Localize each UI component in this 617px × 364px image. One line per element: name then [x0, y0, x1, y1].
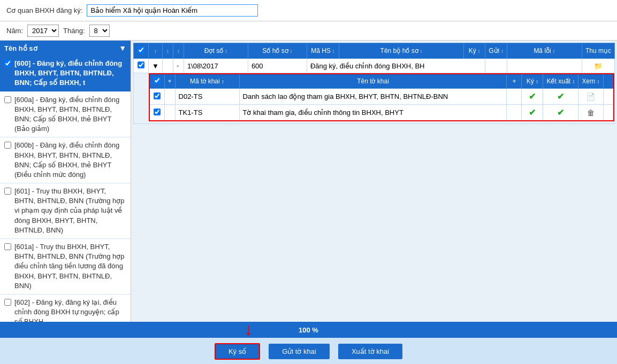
row-checkbox-cell[interactable]	[134, 59, 149, 73]
expand-icon[interactable]: ▼	[152, 62, 159, 70]
sub-row-plus-d02	[507, 89, 522, 105]
sub-row-checkbox-tk1[interactable]	[154, 109, 161, 115]
th-ky[interactable]: Ký	[464, 43, 485, 59]
checkmark-ky-d02: ✔	[529, 92, 536, 101]
plus-icon[interactable]: +	[168, 78, 172, 85]
sub-th-xem: Xem ↕	[578, 74, 603, 89]
sub-th-plus[interactable]: +	[164, 74, 175, 89]
filter-icon[interactable]: ▼	[119, 44, 126, 52]
sidebar-title: Tên hồ sơ	[4, 44, 37, 52]
sub-row-extra-d02	[603, 89, 614, 105]
row-gui	[507, 59, 582, 73]
sub-th-plus2[interactable]: +	[507, 74, 522, 89]
sidebar-header: Tên hồ sơ ▼	[0, 41, 131, 56]
row-so-ho-so: 1\08\2017	[184, 59, 248, 73]
sub-row-ky-tk1: ✔	[522, 105, 543, 121]
sub-row-checkbox-cell-d02[interactable]	[149, 89, 164, 105]
sidebar-checkbox-600a[interactable]	[4, 96, 11, 103]
thang-label: Tháng:	[63, 27, 85, 35]
sidebar-checkbox-602[interactable]	[4, 299, 11, 306]
sidebar-item-label-600b: [600b] - Đăng ký, điều chỉnh đóng BHXH, …	[14, 141, 126, 180]
th-dot-so[interactable]	[149, 43, 163, 59]
sub-row-xem-d02[interactable]: 📄	[578, 89, 603, 105]
sidebar-checkbox-600[interactable]	[4, 60, 11, 67]
progress-bar: 100 %	[0, 322, 617, 338]
main-table: Đợt số Số hồ sơ Mã HS Tên bộ hồ sơ Ký Gử…	[133, 43, 615, 124]
view-icon-d02[interactable]: 📄	[586, 92, 595, 101]
co-quan-label: Cơ quan BHXH đăng ký:	[6, 6, 82, 14]
row-dot3: ▪	[173, 59, 184, 73]
sidebar-item-label-600a: [600a] - Đăng ký, điều chỉnh đóng BHXH, …	[14, 95, 126, 134]
row-expand-cell[interactable]: ▼	[149, 59, 163, 73]
sidebar-item-601a[interactable]: [601a] - Truy thu BHXH, BHYT, BHTN, BHTN…	[0, 239, 131, 295]
sub-table-row-tk1: TK1-TS Tờ khai tham gia, điều chỉnh thôn…	[149, 105, 614, 121]
sidebar-checkbox-600b[interactable]	[4, 142, 11, 149]
right-panel: Đợt số Số hồ sơ Mã HS Tên bộ hồ sơ Ký Gử…	[131, 41, 617, 322]
arrow-icon: ↓	[245, 321, 253, 338]
action-bar: ↓ Ký số Gửi tờ khai Xuất tờ khai	[0, 338, 617, 364]
table-row: ▼ ▪ 1\08\2017 600 Đăng ký, điều chỉnh đó…	[134, 59, 615, 73]
gui-to-khai-button[interactable]: Gửi tờ khai	[269, 344, 330, 359]
top-bar: Cơ quan BHXH đăng ký:	[0, 0, 617, 21]
th-ma-hs[interactable]: Mã HS	[307, 43, 339, 59]
sidebar-item-600a[interactable]: [600a] - Đăng ký, điều chỉnh đóng BHXH, …	[0, 92, 131, 138]
row-checkbox[interactable]	[138, 61, 144, 68]
co-quan-input[interactable]	[87, 4, 258, 17]
row-ten-bo-ho-so: Đăng ký, điều chỉnh đóng BHXH, BH	[307, 59, 485, 73]
sub-th-ket-xuat: Kết xuất ↕	[543, 74, 578, 89]
thang-select[interactable]: 8	[89, 25, 110, 37]
sidebar-item-600[interactable]: [600] - Đăng ký, điều chỉnh đóng BHXH, B…	[0, 56, 131, 92]
sidebar-checkbox-601a[interactable]	[4, 243, 11, 250]
nam-select[interactable]: 2017	[27, 25, 59, 37]
row-ky	[485, 59, 507, 73]
sub-row-expand-d02	[164, 89, 175, 105]
th-gui[interactable]: Gửi	[485, 43, 507, 59]
trash-icon-tk1[interactable]: 🗑	[587, 109, 595, 117]
main-select-all[interactable]	[138, 47, 144, 53]
row-thu-muc[interactable]: 📁	[582, 59, 614, 73]
th-ma-loi[interactable]: Mã lỗi	[507, 43, 582, 59]
sub-row-ma-tk1: TK1-TS	[175, 105, 239, 121]
folder-icon[interactable]: 📁	[594, 62, 603, 70]
sub-row-extra-tk1	[603, 105, 614, 121]
xuat-to-khai-button[interactable]: Xuất tờ khai	[338, 344, 402, 359]
sidebar-item-label-601: [601] - Truy thu BHXH, BHYT, BHTN, BHTNL…	[14, 187, 126, 235]
th-dot-so3	[173, 43, 184, 59]
sub-row-expand-tk1	[164, 105, 175, 121]
sub-row-ten-tk1: Tờ khai tham gia, điều chỉnh thông tin B…	[239, 105, 507, 121]
th-so-ho-so[interactable]: Số hồ sơ	[248, 43, 307, 59]
sidebar-item-602[interactable]: [602] - Đăng ký, đăng ký lại, điều chỉnh…	[0, 295, 131, 322]
sidebar-item-601[interactable]: [601] - Truy thu BHXH, BHYT, BHTN, BHTNL…	[0, 183, 131, 239]
sub-row-plus-tk1	[507, 105, 522, 121]
sub-row-checkbox-d02[interactable]	[154, 92, 161, 99]
row-dot2	[162, 59, 173, 73]
checkmark-ky-tk1: ✔	[529, 108, 536, 117]
sidebar-checkbox-601[interactable]	[4, 188, 11, 195]
sub-row-checkbox-cell-tk1[interactable]	[149, 105, 164, 121]
sidebar: Tên hồ sơ ▼ [600] - Đăng ký, điều chỉnh …	[0, 41, 131, 322]
sub-row-xem-tk1[interactable]: 🗑	[578, 105, 603, 121]
ky-so-button[interactable]: Ký số	[215, 343, 260, 360]
sub-table-row-d02: D02-TS Danh sách lao động tham gia BHXH,…	[149, 89, 614, 105]
sub-select-all[interactable]	[154, 77, 161, 84]
sidebar-item-label-600: [600] - Đăng ký, điều chỉnh đóng BHXH, B…	[14, 59, 126, 88]
sub-row-ky-d02: ✔	[522, 89, 543, 105]
main-area: Tên hồ sơ ▼ [600] - Đăng ký, điều chỉnh …	[0, 41, 617, 322]
sub-th-ten-to-khai: Tên tờ khai	[239, 74, 507, 89]
th-dot-so2[interactable]	[162, 43, 173, 59]
sub-th-ma-to-khai: Mã tờ khai ↕	[175, 74, 239, 89]
checkmark-kx-tk1: ✔	[557, 108, 564, 117]
progress-label: 100 %	[299, 326, 318, 334]
sub-row-ket-xuat-tk1: ✔	[543, 105, 578, 121]
sidebar-item-600b[interactable]: [600b] - Đăng ký, điều chỉnh đóng BHXH, …	[0, 137, 131, 183]
th-ten-bo-ho-so[interactable]: Tên bộ hồ sơ	[339, 43, 463, 59]
th-checkbox[interactable]	[134, 43, 149, 59]
nam-label: Năm:	[6, 27, 23, 35]
sub-th-checkbox[interactable]	[149, 74, 164, 89]
checkmark-kx-d02: ✔	[557, 92, 564, 101]
row-ma-hs-val: 600	[248, 59, 307, 73]
sub-row-ma-d02: D02-TS	[175, 89, 239, 105]
th-thu-muc: Thu mục	[582, 43, 614, 59]
sub-th-ky: Ký ↕	[522, 74, 543, 89]
sidebar-item-label-602: [602] - Đăng ký, đăng ký lại, điều chỉnh…	[14, 298, 126, 322]
